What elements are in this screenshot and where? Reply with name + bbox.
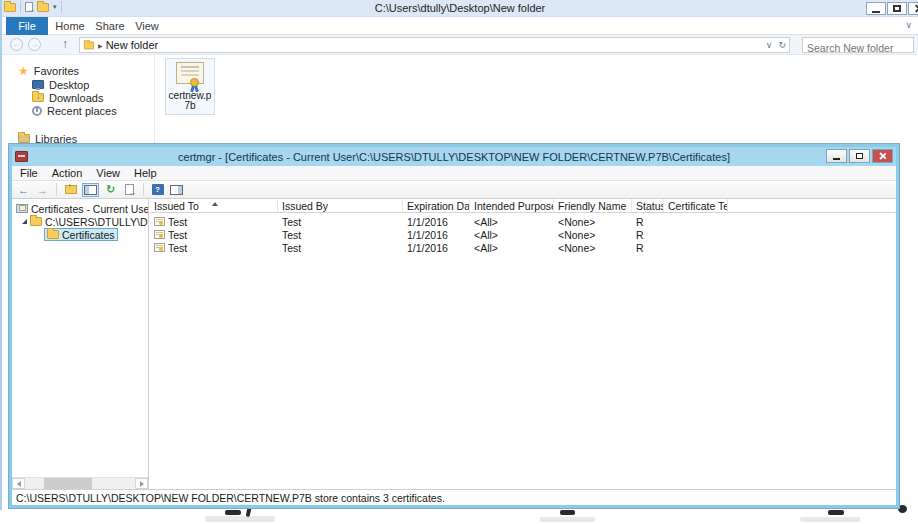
certmgr-minimize-button[interactable]	[826, 149, 847, 163]
maximize-icon	[893, 5, 901, 12]
certificate-row[interactable]: Test Test 1/1/2016 <All> <None> R	[150, 241, 896, 254]
certmgr-body: Certificates - Current User C:\USERS\DTU…	[12, 199, 896, 489]
sidebar-section-label: Libraries	[35, 133, 77, 145]
selected-tree-item[interactable]: Certificates	[44, 228, 118, 241]
certificate-row[interactable]: Test Test 1/1/2016 <All> <None> R	[150, 215, 896, 228]
console-tree-pane: Certificates - Current User C:\USERS\DTU…	[12, 199, 149, 489]
scroll-left-button[interactable]	[12, 478, 25, 489]
show-console-tree-toggle[interactable]	[82, 183, 99, 197]
sidebar-item-label: Recent places	[47, 105, 117, 117]
column-header-expiration-date[interactable]: Expiration Date	[403, 199, 470, 212]
certmgr-toolbar: ← → ↻ ?	[12, 181, 896, 199]
search-box[interactable]	[802, 37, 914, 53]
ribbon-tab-bar: File Home Share View ∨	[2, 17, 918, 35]
divider	[143, 183, 144, 196]
desktop-smudge	[205, 516, 275, 522]
certmgr-maximize-button[interactable]	[849, 149, 870, 163]
desktop-smudge	[540, 517, 595, 522]
menu-action[interactable]: Action	[52, 167, 83, 179]
favorites-star-icon: ★	[18, 66, 29, 76]
ribbon-expand-icon[interactable]: ∨	[905, 20, 912, 30]
certmgr-titlebar: certmgr - [Certificates - Current User\C…	[12, 147, 896, 166]
maximize-icon	[856, 153, 863, 159]
certmgr-status-bar: C:\USERS\DTULLY\DESKTOP\NEW FOLDER\CERTN…	[12, 489, 896, 505]
address-bar[interactable]: ▶ New folder ∨ ↻	[79, 37, 790, 53]
recent-places-icon	[32, 106, 42, 116]
menu-help[interactable]: Help	[134, 167, 157, 179]
column-header-certificate-template[interactable]: Certificate Te...	[664, 199, 728, 212]
forward-icon[interactable]: →	[35, 183, 50, 197]
tab-view[interactable]: View	[130, 17, 164, 35]
tree-item-label: Certificates	[62, 229, 115, 241]
address-bar-row: ← → ↑ ▶ New folder ∨ ↻	[2, 35, 918, 55]
sidebar-item-recent-places[interactable]: Recent places	[32, 104, 117, 117]
up-one-level-icon[interactable]	[63, 183, 78, 197]
tab-file[interactable]: File	[6, 17, 48, 35]
folder-icon	[47, 230, 59, 239]
help-icon[interactable]: ?	[150, 183, 165, 197]
console-tree-icon	[84, 185, 97, 195]
certificate-row[interactable]: Test Test 1/1/2016 <All> <None> R	[150, 228, 896, 241]
column-header-status[interactable]: Status	[632, 199, 664, 212]
forward-button[interactable]: →	[28, 38, 41, 51]
certificate-template	[664, 228, 728, 241]
export-list-icon[interactable]	[122, 183, 137, 197]
tab-home[interactable]: Home	[52, 17, 88, 35]
scrollbar-thumb[interactable]	[44, 478, 92, 489]
menu-view[interactable]: View	[96, 167, 120, 179]
sort-ascending-icon	[212, 202, 218, 206]
issued-to: Test	[168, 216, 187, 228]
search-input[interactable]	[803, 41, 913, 55]
certificate-template	[664, 215, 728, 228]
intended-purposes: <All>	[470, 241, 554, 254]
downloads-icon: ↓	[32, 93, 44, 102]
menu-file[interactable]: File	[20, 167, 38, 179]
back-button[interactable]: ←	[10, 38, 23, 51]
issued-by: Test	[278, 215, 403, 228]
column-header-intended-purposes[interactable]: Intended Purposes	[470, 199, 554, 212]
column-header-friendly-name[interactable]: Friendly Name	[554, 199, 632, 212]
breadcrumb-arrow-icon: ▶	[98, 42, 103, 49]
sidebar-item-downloads[interactable]: ↓ Downloads	[32, 91, 103, 104]
tab-share[interactable]: Share	[92, 17, 128, 35]
refresh-icon[interactable]: ↻	[103, 183, 118, 197]
expiration-date: 1/1/2016	[403, 241, 470, 254]
expiration-date: 1/1/2016	[403, 215, 470, 228]
friendly-name: <None>	[554, 228, 632, 241]
breadcrumb-folder-icon	[84, 41, 94, 49]
column-header-issued-by[interactable]: Issued By	[278, 199, 403, 212]
libraries-icon	[18, 134, 30, 143]
certmgr-window: certmgr - [Certificates - Current User\C…	[9, 144, 899, 508]
minimize-button[interactable]	[866, 2, 886, 15]
breadcrumb[interactable]: New folder	[106, 39, 763, 51]
close-icon	[879, 152, 887, 160]
action-pane-icon	[170, 185, 183, 195]
tree-node-p7b-store[interactable]: C:\USERS\DTULLY\DESKTOP	[22, 215, 149, 228]
back-icon[interactable]: ←	[16, 183, 31, 197]
tree-node-certificates[interactable]: Certificates	[44, 228, 118, 241]
up-button[interactable]: ↑	[62, 37, 68, 51]
address-dropdown-icon[interactable]: ∨	[766, 40, 773, 50]
close-button[interactable]	[908, 2, 918, 15]
certificate-icon	[154, 243, 165, 252]
expanded-arrow-icon[interactable]	[22, 219, 27, 224]
file-certnew-p7b[interactable]: certnew.p7b	[165, 58, 215, 115]
desktop-smudge	[800, 517, 860, 522]
intended-purposes: <All>	[470, 228, 554, 241]
desktop-mark	[898, 505, 907, 513]
tree-root-certificates-current-user[interactable]: Certificates - Current User	[16, 202, 149, 215]
friendly-name: <None>	[554, 215, 632, 228]
desktop-mark	[225, 510, 241, 515]
file-name-label: certnew.p7b	[167, 91, 213, 111]
sidebar-item-label: Downloads	[49, 92, 103, 104]
show-action-pane-toggle[interactable]	[169, 183, 184, 197]
certmgr-close-button[interactable]	[872, 149, 893, 163]
explorer-window-title: C:\Users\dtully\Desktop\New folder	[2, 2, 918, 14]
tree-horizontal-scrollbar[interactable]	[12, 477, 148, 489]
maximize-button[interactable]	[887, 2, 907, 15]
refresh-icon[interactable]: ↻	[778, 40, 786, 50]
scroll-right-button[interactable]	[135, 478, 148, 489]
sidebar-item-desktop[interactable]: Desktop	[32, 78, 89, 91]
sidebar-section-favorites[interactable]: ★ Favorites	[18, 64, 79, 77]
column-header-issued-to[interactable]: Issued To	[150, 199, 278, 212]
